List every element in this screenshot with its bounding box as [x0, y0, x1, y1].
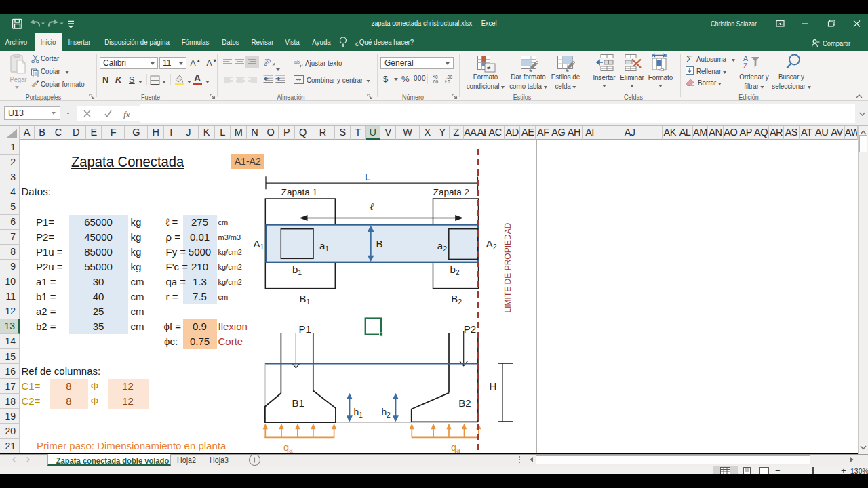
svg-text:≠: ≠	[487, 64, 491, 72]
svg-text:B: B	[376, 238, 383, 249]
svg-text:h2: h2	[382, 407, 391, 419]
svg-text:B1: B1	[300, 293, 311, 306]
svg-text:LIMITE DE PROPIEDAD: LIMITE DE PROPIEDAD	[503, 223, 513, 313]
svg-text:ℓ: ℓ	[370, 201, 374, 212]
svg-text:A2: A2	[486, 238, 497, 251]
svg-text:0: 0	[448, 79, 450, 84]
svg-text:ab: ab	[264, 58, 272, 67]
svg-text:P1: P1	[299, 323, 311, 335]
svg-text:Z: Z	[743, 62, 748, 70]
svg-text:P2: P2	[464, 323, 476, 335]
svg-text:ab: ab	[294, 60, 300, 64]
svg-text:b2: b2	[450, 264, 460, 277]
svg-text:h1: h1	[354, 407, 363, 419]
svg-text:L: L	[365, 171, 370, 182]
svg-text:Zapata 2: Zapata 2	[433, 187, 469, 197]
svg-text:,00: ,00	[432, 79, 438, 84]
svg-text:B2: B2	[451, 293, 462, 306]
svg-text:A1: A1	[254, 238, 264, 251]
svg-text:fx: fx	[123, 109, 130, 119]
svg-text:B1: B1	[292, 397, 304, 409]
svg-text:Zapata 1: Zapata 1	[281, 187, 317, 197]
svg-text:qa: qa	[283, 442, 293, 454]
svg-text:b1: b1	[292, 264, 302, 277]
svg-text:qa: qa	[451, 442, 460, 454]
svg-text:H: H	[490, 380, 497, 392]
svg-text:B2: B2	[458, 397, 471, 409]
